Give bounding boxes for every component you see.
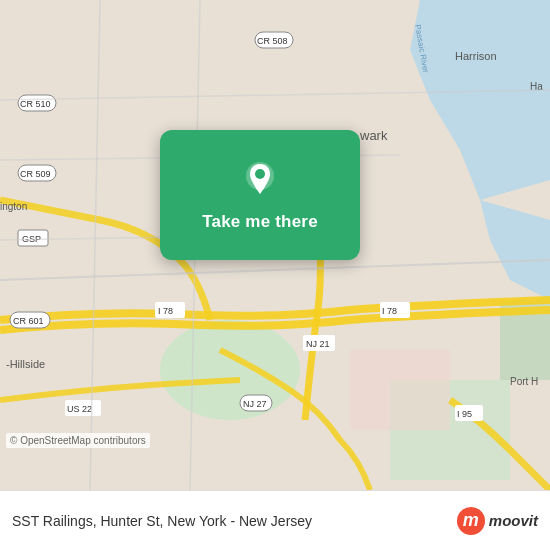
svg-point-3 [160,320,300,420]
svg-text:NJ 27: NJ 27 [243,399,267,409]
svg-text:US 22: US 22 [67,404,92,414]
svg-text:Port H: Port H [510,376,538,387]
action-card[interactable]: Take me there [160,130,360,260]
svg-text:wark: wark [359,128,388,143]
map-container: I 78 CR 508 CR 510 CR 509 GSP CR 601 I 7… [0,0,550,490]
svg-text:CR 510: CR 510 [20,99,51,109]
moovit-logo: m moovit [457,507,538,535]
moovit-icon: m [457,507,485,535]
take-me-there-label: Take me there [202,212,318,232]
svg-text:NJ 21: NJ 21 [306,339,330,349]
svg-text:CR 508: CR 508 [257,36,288,46]
location-label: SST Railings, Hunter St, New York - New … [12,513,457,529]
svg-text:CR 509: CR 509 [20,169,51,179]
map-pin-icon [238,158,282,202]
svg-rect-6 [350,350,450,430]
svg-text:ington: ington [0,201,27,212]
bottom-bar: SST Railings, Hunter St, New York - New … [0,490,550,550]
map-attribution: © OpenStreetMap contributors [6,433,150,448]
svg-text:CR 601: CR 601 [13,316,44,326]
svg-text:-Hillside: -Hillside [6,358,45,370]
svg-text:I 78: I 78 [382,306,397,316]
moovit-text: moovit [489,512,538,529]
svg-text:I 78: I 78 [158,306,173,316]
svg-text:I 95: I 95 [457,409,472,419]
svg-text:Harrison: Harrison [455,50,497,62]
svg-point-44 [255,169,265,179]
